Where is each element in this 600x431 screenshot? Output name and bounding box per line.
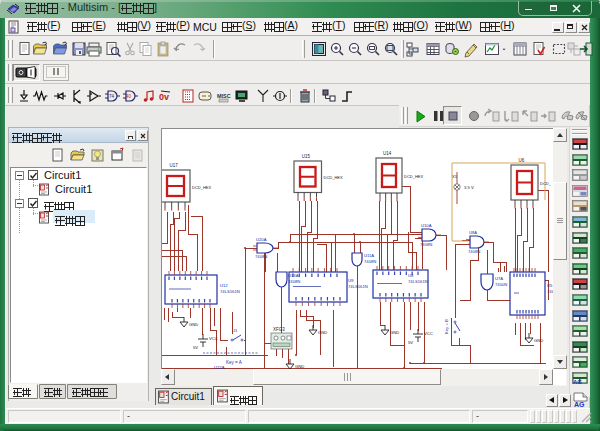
svg-text:VCC: VCC <box>424 331 433 336</box>
svg-text:U7A: U7A <box>495 276 503 281</box>
svg-text:7408N: 7408N <box>288 279 300 284</box>
svg-text:7408N: 7408N <box>468 249 480 254</box>
svg-text:U12: U12 <box>220 283 228 288</box>
svg-text:XFG3: XFG3 <box>273 327 285 332</box>
svg-text:U8: U8 <box>408 273 414 278</box>
svg-text:GND: GND <box>189 322 198 327</box>
svg-text:Key = B: Key = B <box>444 319 449 334</box>
svg-text:J1: J1 <box>233 328 238 333</box>
svg-text:AG: AG <box>573 379 582 385</box>
svg-text:U15: U15 <box>302 154 311 159</box>
svg-text:DCD_: DCD_ <box>540 181 552 186</box>
svg-text:U6: U6 <box>519 158 525 163</box>
svg-text:0v: 0v <box>159 92 169 102</box>
svg-text:Key = A: Key = A <box>226 360 242 365</box>
svg-text:U10A: U10A <box>421 223 432 228</box>
svg-text:AG: AG <box>574 401 585 408</box>
svg-text:U8A: U8A <box>469 230 477 235</box>
svg-text:U20A: U20A <box>256 237 267 242</box>
svg-text:DCD_HEX: DCD_HEX <box>404 174 423 179</box>
svg-text:5V: 5V <box>408 340 413 345</box>
svg-text:GND: GND <box>318 330 327 335</box>
svg-text:U17: U17 <box>170 163 179 168</box>
svg-text:3.5 V: 3.5 V <box>464 185 474 190</box>
svg-text:U9: U9 <box>348 278 354 283</box>
svg-text:7408N: 7408N <box>364 259 376 264</box>
svg-text:74: 74 <box>109 94 115 99</box>
svg-text:GND: GND <box>534 338 543 343</box>
svg-text:MISC: MISC <box>217 93 231 99</box>
svg-text:74LS161N: 74LS161N <box>408 279 428 284</box>
svg-text:74LS161N: 74LS161N <box>348 284 368 289</box>
svg-text:DCD_HEX: DCD_HEX <box>324 175 343 180</box>
svg-text:7408N: 7408N <box>255 254 267 259</box>
svg-text:GND: GND <box>390 330 399 335</box>
svg-text:X1: X1 <box>452 174 458 179</box>
svg-text:7400N: 7400N <box>495 282 507 287</box>
svg-text:U14: U14 <box>383 151 392 156</box>
svg-text:7408N: 7408N <box>420 242 432 247</box>
svg-text:U13A: U13A <box>288 273 299 278</box>
svg-text:DCD_HEX: DCD_HEX <box>192 185 211 190</box>
svg-text:5V: 5V <box>193 345 198 350</box>
svg-text:VCC: VCC <box>209 336 218 341</box>
svg-text:74LS161N: 74LS161N <box>220 289 240 294</box>
svg-text:U11A: U11A <box>364 253 374 258</box>
svg-text:40: 40 <box>126 94 132 99</box>
